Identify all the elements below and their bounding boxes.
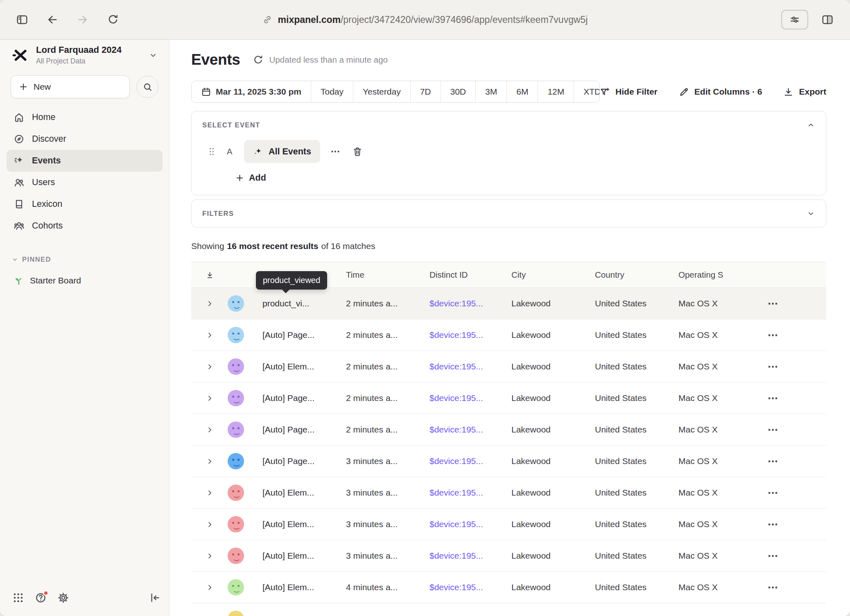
event-name[interactable]: [Auto] Elem... [249, 488, 333, 498]
distinct-id-link[interactable]: $device:195... [430, 551, 483, 560]
row-chevron-icon[interactable] [206, 552, 214, 560]
url-bar[interactable]: mixpanel.com/project/3472420/view/397469… [262, 14, 588, 25]
sidebar-item-cohorts[interactable]: Cohorts [7, 215, 163, 237]
row-chevron-icon[interactable] [206, 583, 214, 592]
row-chevron-icon[interactable] [206, 331, 214, 340]
col-header-country[interactable]: Country [582, 270, 665, 280]
event-selector-chip[interactable]: All Events [244, 140, 320, 163]
pinned-section-toggle[interactable]: PINNED [11, 256, 158, 263]
row-menu-button[interactable] [767, 550, 779, 562]
range-12m[interactable]: 12M [538, 81, 574, 102]
hide-filter-button[interactable]: Hide Filter [600, 87, 658, 97]
page-settings-button[interactable] [781, 10, 808, 29]
edit-columns-button[interactable]: Edit Columns · 6 [679, 87, 762, 97]
col-header-city[interactable]: City [498, 270, 582, 280]
row-chevron-icon[interactable] [206, 394, 214, 403]
event-name[interactable]: [Auto] Page... [249, 456, 333, 466]
col-header-distinct-id[interactable]: Distinct ID [416, 270, 498, 280]
row-menu-button[interactable] [767, 392, 779, 404]
distinct-id-link[interactable]: $device:195... [430, 299, 483, 308]
table-row[interactable]: [Auto] Page... 2 minutes a... $device:19… [191, 383, 826, 414]
range-30d[interactable]: 30D [441, 81, 476, 102]
expand-section-icon[interactable] [807, 209, 815, 218]
distinct-id-link[interactable]: $device:195... [430, 456, 483, 466]
table-row[interactable]: [Auto] Page... 2 minutes a... $device:19… [191, 414, 826, 446]
range-xtd[interactable]: XTD [574, 81, 600, 102]
range-today[interactable]: Today [311, 81, 353, 102]
row-menu-button[interactable] [767, 519, 779, 530]
new-button[interactable]: New [11, 75, 130, 98]
table-row[interactable] [191, 603, 826, 616]
help-button[interactable] [35, 592, 47, 604]
back-icon[interactable] [46, 14, 59, 26]
search-button[interactable] [136, 76, 158, 98]
row-menu-button[interactable] [767, 455, 779, 467]
settings-gear-icon[interactable] [57, 592, 69, 604]
event-name[interactable]: [Auto] Page... [249, 425, 333, 435]
delete-event-button[interactable] [352, 146, 363, 157]
event-name[interactable]: product_vi... [249, 299, 333, 308]
table-row[interactable]: [Auto] Elem... 3 minutes a... $device:19… [191, 509, 826, 540]
distinct-id-link[interactable]: $device:195... [430, 393, 483, 403]
range-yesterday[interactable]: Yesterday [353, 81, 410, 102]
row-menu-button[interactable] [767, 298, 779, 310]
event-time: 2 minutes a... [333, 330, 416, 340]
event-name[interactable]: [Auto] Elem... [249, 519, 333, 529]
row-menu-button[interactable] [767, 361, 779, 373]
distinct-id-link[interactable]: $device:195... [430, 582, 483, 592]
range-6m[interactable]: 6M [506, 81, 538, 102]
event-name[interactable]: [Auto] Page... [249, 330, 333, 340]
range-7d[interactable]: 7D [410, 81, 441, 102]
distinct-id-link[interactable]: $device:195... [430, 488, 483, 497]
panel-toggle-icon[interactable] [16, 14, 28, 26]
event-name[interactable]: [Auto] Page... [249, 393, 333, 403]
sidebar-item-events[interactable]: Events [7, 150, 163, 172]
distinct-id-link[interactable]: $device:195... [430, 519, 483, 529]
row-chevron-icon[interactable] [206, 426, 214, 434]
table-row[interactable]: [Auto] Page... 2 minutes a... $device:19… [191, 319, 826, 351]
export-button[interactable]: Export [783, 87, 826, 97]
row-chevron-icon[interactable] [206, 457, 214, 466]
distinct-id-link[interactable]: $device:195... [430, 362, 483, 371]
col-header-os[interactable]: Operating S [665, 270, 755, 280]
add-event-button[interactable]: Add [235, 170, 266, 186]
jump-to-bottom-icon[interactable] [206, 271, 214, 279]
table-row[interactable]: [Auto] Elem... 4 minutes a... $device:19… [191, 572, 826, 603]
project-switcher[interactable]: Lord Farquaad 2024 All Project Data [0, 40, 169, 70]
home-icon [14, 112, 25, 123]
distinct-id-link[interactable]: $device:195... [430, 330, 483, 340]
sidebar-item-users[interactable]: Users [7, 172, 163, 193]
event-name[interactable]: [Auto] Elem... [249, 551, 333, 561]
sidebar-item-home[interactable]: Home [7, 106, 163, 128]
table-row[interactable]: [Auto] Elem... 3 minutes a... $device:19… [191, 477, 826, 509]
date-picker-button[interactable]: Mar 11, 2025 3:30 pm [192, 81, 311, 102]
row-menu-button[interactable] [767, 487, 779, 499]
event-options-button[interactable] [330, 146, 341, 157]
apps-grid-icon[interactable] [12, 592, 24, 604]
row-menu-button[interactable] [767, 582, 779, 593]
seedling-icon [14, 275, 24, 286]
refresh-icon[interactable] [253, 54, 264, 66]
sidebar-item-discover[interactable]: Discover [7, 128, 163, 150]
event-name[interactable]: [Auto] Elem... [249, 362, 333, 371]
row-chevron-icon[interactable] [206, 520, 214, 529]
row-chevron-icon[interactable] [206, 299, 214, 308]
range-3m[interactable]: 3M [475, 81, 506, 102]
table-row[interactable]: [Auto] Elem... 2 minutes a... $device:19… [191, 351, 826, 383]
row-chevron-icon[interactable] [206, 362, 214, 371]
row-chevron-icon[interactable] [206, 489, 214, 497]
col-header-time[interactable]: Time [333, 270, 416, 280]
distinct-id-link[interactable]: $device:195... [430, 425, 483, 434]
row-menu-button[interactable] [767, 329, 779, 341]
drag-handle-icon[interactable] [206, 146, 217, 157]
reload-icon[interactable] [107, 14, 119, 26]
split-view-icon[interactable] [821, 14, 834, 26]
collapse-section-icon[interactable] [807, 121, 815, 129]
table-row[interactable]: [Auto] Elem... 3 minutes a... $device:19… [191, 540, 826, 572]
table-row[interactable]: [Auto] Page... 3 minutes a... $device:19… [191, 446, 826, 477]
collapse-sidebar-icon[interactable] [149, 592, 161, 604]
event-name[interactable]: [Auto] Elem... [249, 582, 333, 592]
sidebar-item-lexicon[interactable]: Lexicon [7, 193, 163, 215]
sidebar-item-starter-board[interactable]: Starter Board [7, 271, 163, 290]
row-menu-button[interactable] [767, 424, 779, 436]
